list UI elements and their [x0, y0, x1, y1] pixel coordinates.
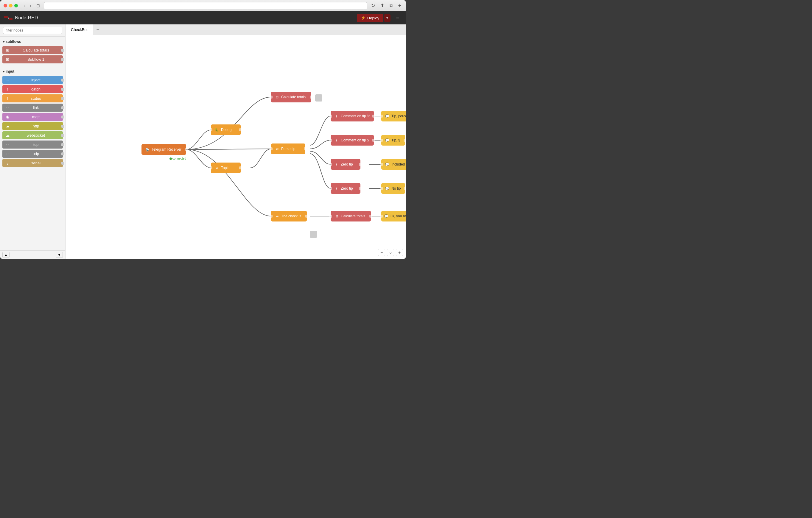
add-tab-button[interactable]: + — [397, 2, 402, 9]
subflows-header[interactable]: ▾ subflows — [0, 38, 65, 45]
minimize-button[interactable] — [9, 4, 12, 7]
zoom-out-button[interactable]: − — [378, 249, 385, 256]
tip-pct-bubble: 💬 — [384, 113, 390, 119]
included-in — [380, 163, 383, 166]
node-parse-tip[interactable]: ⇌ Parse tip — [271, 144, 305, 154]
node-telegram-receiver[interactable]: 📡 Telegram Receiver connected — [142, 144, 186, 155]
sidebar-item-status[interactable]: ! status — [2, 94, 63, 102]
sidebar-item-websocket[interactable]: ☁ websocket — [2, 131, 63, 139]
zoom-reset-button[interactable]: ○ — [387, 249, 394, 256]
node-calculate-totals-canvas[interactable]: ⊞ Calculate totals — [271, 92, 311, 102]
subflows-chevron: ▾ — [3, 40, 4, 43]
debug-label: Debug — [221, 128, 238, 132]
websocket-icon: ☁ — [5, 133, 10, 138]
debug-in-port — [209, 128, 212, 131]
comment-dollar-icon: ƒ — [334, 137, 340, 143]
ok-in — [380, 215, 383, 218]
status-port — [61, 97, 64, 100]
websocket-label: websocket — [11, 133, 60, 138]
sidebar-toggle-button[interactable]: ⊡ — [35, 3, 41, 9]
reload-button[interactable]: ↻ — [370, 2, 377, 9]
comment-pct-label: Comment on tip % — [341, 114, 371, 118]
catch-icon: ! — [5, 87, 10, 91]
topic-in-port — [209, 166, 212, 170]
node-comment-tip-dollar[interactable]: ƒ Comment on tip $ — [331, 135, 374, 146]
sidebar-item-subflow1[interactable]: ⊞ Subflow 1 — [2, 55, 63, 63]
window-fullscreen-button[interactable]: ⧉ — [388, 2, 395, 9]
sidebar-item-http[interactable]: ☁ http — [2, 122, 63, 130]
zero-tip-1-label: Zero tip — [341, 162, 357, 166]
inject-label: inject — [11, 78, 60, 82]
comment-dollar-label: Comment on tip $ — [341, 138, 371, 142]
logo-icon — [4, 15, 12, 21]
fullscreen-button[interactable] — [14, 4, 18, 7]
node-comment-tip-pct[interactable]: ƒ Comment on tip % — [331, 111, 374, 121]
sidebar-item-catch[interactable]: ! catch — [2, 85, 63, 93]
node-topic[interactable]: ⇌ Topic — [211, 162, 241, 173]
node-tip-dollar[interactable]: 💬 Tip, $ — [381, 135, 405, 146]
sidebar-item-serial[interactable]: ⋮ serial — [2, 159, 63, 167]
app-header: Node-RED ⚡ Deploy ▾ ≡ — [0, 11, 406, 24]
calc2-icon: ⊞ — [334, 213, 340, 219]
svg-line-2 — [8, 17, 9, 19]
tab-checkbot[interactable]: CheckBot — [65, 24, 93, 35]
debug-icon: 🐛 — [214, 127, 220, 133]
scroll-up-button[interactable]: ▲ — [2, 252, 9, 258]
url-input[interactable] — [44, 2, 367, 9]
node-debug[interactable]: 🐛 Debug — [211, 124, 241, 135]
http-icon: ☁ — [5, 124, 10, 128]
check-label: The check is — [281, 214, 304, 218]
input-header[interactable]: ▾ input — [0, 68, 65, 75]
node-zero-tip-2[interactable]: ƒ Zero tip — [331, 183, 360, 194]
included-label: Included — [392, 162, 405, 166]
sidebar-item-inject[interactable]: → inject — [2, 76, 63, 84]
sidebar-item-calculate-totals[interactable]: ⊞ Calculate totals — [2, 46, 63, 54]
sidebar-bottom: ▲ ▼ — [0, 250, 65, 259]
node-included[interactable]: 💬 Included — [381, 159, 406, 170]
calculate-port-right — [61, 49, 64, 52]
deploy-button[interactable]: ⚡ Deploy — [357, 14, 383, 22]
menu-button[interactable]: ≡ — [394, 13, 402, 23]
tcp-port — [61, 143, 64, 146]
canvas[interactable]: 📡 Telegram Receiver connected 🐛 Debug — [65, 35, 406, 259]
node-zero-tip-1[interactable]: ƒ Zero tip — [331, 159, 360, 170]
share-button[interactable]: ⬆ — [379, 2, 386, 9]
subflow1-label: Subflow 1 — [11, 57, 60, 62]
node-no-tip[interactable]: 💬 No tip — [381, 183, 405, 194]
sidebar-item-udp[interactable]: ↔ udp — [2, 150, 63, 158]
add-flow-button[interactable]: + — [93, 27, 103, 33]
subflows-section: ▾ subflows ⊞ Calculate totals ⊞ Subflow … — [0, 37, 65, 66]
back-button[interactable]: ‹ — [23, 3, 27, 9]
debug-out-port — [239, 128, 242, 131]
telegram-receiver-label: Telegram Receiver — [152, 147, 183, 152]
topic-icon: ⇌ — [214, 165, 220, 171]
forward-button[interactable]: › — [28, 3, 33, 9]
comment-pct-icon: ƒ — [334, 113, 340, 119]
search-bar — [0, 24, 65, 37]
comment-pct-in — [329, 115, 332, 118]
sidebar-item-link[interactable]: ↔ link — [2, 103, 63, 112]
subflows-label: subflows — [6, 39, 21, 44]
deploy-label: Deploy — [367, 16, 379, 20]
sidebar-item-tcp[interactable]: ↔ tcp — [2, 141, 63, 149]
link-icon: ↔ — [5, 105, 10, 110]
node-the-check-is[interactable]: ⇌ The check is — [271, 211, 307, 221]
node-calculate-totals-2[interactable]: ⊞ Calculate totals — [331, 211, 371, 221]
deploy-caret-button[interactable]: ▾ — [384, 14, 390, 22]
parse-tip-in-port — [269, 147, 272, 150]
sidebar-item-mqtt[interactable]: ◉ mqtt — [2, 113, 63, 121]
zoom-in-button[interactable]: + — [396, 249, 403, 256]
search-input[interactable] — [3, 27, 62, 34]
node-ok-you-ate[interactable]: 💬 Ok, you ate! — [381, 211, 406, 221]
comment-dollar-out — [372, 139, 375, 142]
tcp-label: tcp — [11, 142, 60, 147]
ok-bubble: 💬 — [384, 213, 388, 219]
calc-totals-label: Calculate totals — [281, 95, 308, 99]
no-tip-label: No tip — [392, 186, 402, 190]
scroll-down-button[interactable]: ▼ — [56, 252, 63, 258]
link-port — [61, 106, 64, 109]
node-tip-percentage[interactable]: 💬 Tip, percentage — [381, 111, 406, 121]
close-button[interactable] — [4, 4, 7, 7]
zero-tip-2-out — [359, 187, 362, 190]
inject-port — [61, 79, 64, 82]
